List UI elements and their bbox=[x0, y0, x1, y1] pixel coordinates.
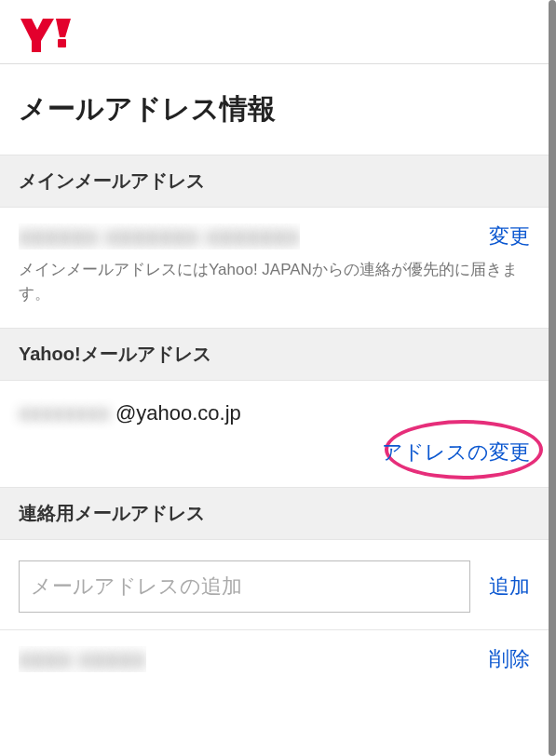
main-email-row: xxxxxx xxxxxxx xxxxxxx 変更 bbox=[0, 208, 549, 254]
contact-email-value: xxxx xxxxx bbox=[19, 646, 146, 672]
section-header-yahoo-email: Yahoo!メールアドレス bbox=[0, 328, 549, 381]
contact-email-add-row: 追加 bbox=[0, 540, 549, 629]
contact-email-existing-row: xxxx xxxxx 削除 bbox=[0, 630, 549, 688]
section-header-main-email: メインメールアドレス bbox=[0, 155, 549, 208]
svg-marker-1 bbox=[56, 19, 71, 37]
section-header-contact-email: 連絡用メールアドレス bbox=[0, 487, 549, 540]
yahoo-logo-icon bbox=[19, 17, 78, 54]
contact-email-input[interactable] bbox=[19, 560, 470, 613]
main-email-change-link[interactable]: 変更 bbox=[489, 223, 530, 250]
main-email-value: xxxxxx xxxxxxx xxxxxxx bbox=[19, 223, 300, 250]
yahoo-email-row: xxxxxxxx @yahoo.co.jp bbox=[0, 381, 549, 433]
main-email-hint: メインメールアドレスにはYahoo! JAPANからの連絡が優先的に届きます。 bbox=[0, 254, 549, 328]
yahoo-logo[interactable] bbox=[0, 0, 549, 64]
yahoo-email-change-link[interactable]: アドレスの変更 bbox=[382, 439, 530, 466]
svg-rect-0 bbox=[58, 39, 66, 47]
yahoo-email-change-row: アドレスの変更 bbox=[0, 433, 549, 487]
scrollbar[interactable] bbox=[549, 0, 556, 756]
page-container: メールアドレス情報 メインメールアドレス xxxxxx xxxxxxx xxxx… bbox=[0, 0, 556, 688]
yahoo-email-local: xxxxxxxx bbox=[19, 401, 110, 425]
contact-email-delete-link[interactable]: 削除 bbox=[489, 645, 530, 673]
page-title: メールアドレス情報 bbox=[0, 64, 549, 155]
contact-email-add-link[interactable]: 追加 bbox=[489, 573, 530, 601]
yahoo-email-domain: @yahoo.co.jp bbox=[115, 401, 241, 425]
